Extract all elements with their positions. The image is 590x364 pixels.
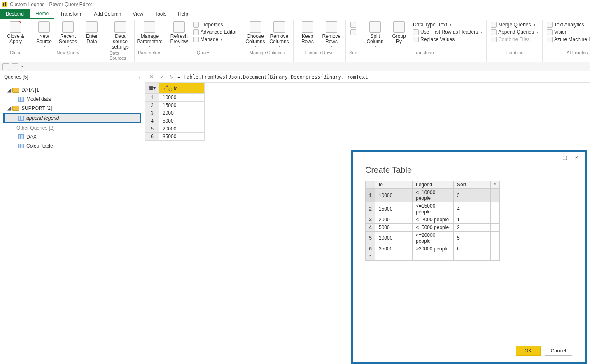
folder-support[interactable]: ◢SUPPORT [2] (0, 104, 145, 113)
data-type-button[interactable]: Data Type: Text▾ (412, 21, 483, 28)
dialog-close-button[interactable]: ✕ (573, 155, 581, 160)
ct-header-to[interactable]: to (375, 181, 413, 189)
ok-button[interactable]: OK (516, 346, 541, 356)
ct-cell-to[interactable]: 35000 (375, 245, 413, 253)
text-analytics-button[interactable]: Text Analytics (546, 21, 590, 28)
ct-row-number[interactable]: 1 (366, 189, 375, 202)
preview-cell[interactable]: 5000 (159, 117, 205, 125)
ct-cell-star[interactable] (491, 224, 500, 232)
ct-cell-sort[interactable]: 1 (454, 216, 491, 224)
ct-cell-sort[interactable]: 6 (454, 245, 491, 253)
ct-cell-to[interactable]: 10000 (375, 189, 413, 202)
tab-help[interactable]: Help (172, 9, 194, 19)
split-column-button[interactable]: Split Column▾ (364, 21, 386, 48)
ct-cell-star[interactable] (491, 202, 500, 216)
group-by-button[interactable]: Group By (388, 21, 410, 44)
row-header[interactable]: 5 (145, 125, 159, 132)
query-dax[interactable]: DAX (0, 132, 145, 141)
tab-transform[interactable]: Transform (54, 9, 88, 19)
folder-other[interactable]: Other Queries [2] (0, 123, 145, 132)
preview-cell[interactable]: 35000 (159, 132, 205, 140)
enter-data-button[interactable]: Enter Data (81, 21, 103, 44)
sort-desc-button[interactable] (350, 29, 357, 35)
ct-row-number[interactable]: 5 (366, 232, 375, 245)
folder-data[interactable]: ◢DATA [1] (0, 86, 145, 95)
create-table-grid[interactable]: to Legend Sort * 110000<=10000 people321… (365, 181, 500, 261)
ct-cell-star[interactable] (491, 232, 500, 245)
tab-add-column[interactable]: Add Column (88, 9, 127, 19)
vision-button[interactable]: Vision (546, 29, 590, 35)
qat-save-button[interactable] (2, 63, 9, 70)
cancel-button[interactable]: Cancel (545, 346, 572, 356)
azure-ml-button[interactable]: Azure Machine Learning (546, 36, 590, 43)
ct-cell-legend[interactable]: <=15000 people (413, 202, 454, 216)
qat-table-button[interactable] (12, 63, 18, 70)
row-header[interactable]: 2 (145, 101, 159, 109)
tab-home[interactable]: Home (30, 9, 54, 19)
row-header[interactable]: 3 (145, 109, 159, 117)
ct-cell-sort[interactable]: 3 (454, 189, 491, 202)
row-header[interactable]: 4 (145, 117, 159, 125)
ct-cell-legend[interactable]: >20000 people (413, 245, 454, 253)
preview-cell[interactable]: 10000 (159, 93, 205, 101)
ct-new-row[interactable]: * (366, 253, 375, 261)
choose-columns-button[interactable]: Choose Columns▾ (245, 21, 266, 48)
row-header[interactable]: 1 (145, 93, 159, 101)
remove-rows-button[interactable]: Remove Rows▾ (321, 21, 342, 48)
grid-corner[interactable]: ▦▾ (145, 83, 159, 94)
recent-sources-button[interactable]: Recent Sources▾ (57, 21, 79, 48)
row-header[interactable]: 6 (145, 132, 159, 140)
tab-view[interactable]: View (127, 9, 149, 19)
ct-row-number[interactable]: 4 (366, 224, 375, 232)
first-row-headers-button[interactable]: Use First Row as Headers▾ (412, 29, 483, 35)
ct-row-number[interactable]: 2 (366, 202, 375, 216)
preview-cell[interactable]: 2000 (159, 109, 205, 117)
qat-more-button[interactable]: ▾ (21, 65, 23, 68)
new-source-button[interactable]: New Source▾ (33, 21, 55, 48)
ct-cell-to[interactable]: 20000 (375, 232, 413, 245)
ct-cell-legend[interactable]: <=5000 people (413, 224, 454, 232)
ct-cell-sort[interactable]: 5 (454, 232, 491, 245)
close-apply-button[interactable]: Close & Apply▾ (5, 21, 26, 48)
keep-rows-button[interactable]: Keep Rows▾ (297, 21, 318, 48)
formula-cancel-button[interactable]: ✕ (148, 74, 155, 80)
ct-cell-legend[interactable]: <=20000 people (413, 232, 454, 245)
sort-asc-button[interactable] (350, 21, 357, 28)
remove-columns-button[interactable]: Remove Columns▾ (268, 21, 290, 48)
preview-grid[interactable]: ▦▾ABCto 11000021500032000450005200006350… (145, 83, 205, 141)
append-queries-button[interactable]: Append Queries▾ (490, 29, 539, 35)
query-colour-table[interactable]: Colour table (0, 141, 145, 151)
ct-header-legend[interactable]: Legend (413, 181, 454, 189)
ct-cell-to[interactable]: 2000 (375, 216, 413, 224)
ct-cell-sort[interactable]: 2 (454, 224, 491, 232)
manage-button[interactable]: Manage▾ (192, 36, 238, 43)
ct-cell-to[interactable]: 5000 (375, 224, 413, 232)
ct-cell-star[interactable] (491, 189, 500, 202)
manage-parameters-button[interactable]: Manage Parameters▾ (139, 21, 160, 48)
preview-cell[interactable]: 15000 (159, 101, 205, 109)
tab-tools[interactable]: Tools (149, 9, 172, 19)
column-header-to[interactable]: ABCto (159, 83, 205, 94)
merge-queries-button[interactable]: Merge Queries▾ (490, 21, 539, 28)
preview-cell[interactable]: 20000 (159, 125, 205, 132)
advanced-editor-button[interactable]: Advanced Editor (192, 29, 238, 35)
refresh-preview-button[interactable]: Refresh Preview▾ (168, 21, 190, 48)
formula-commit-button[interactable]: ✓ (159, 74, 166, 80)
ct-cell-to[interactable]: 15000 (375, 202, 413, 216)
ct-header-sort[interactable]: Sort (454, 181, 491, 189)
properties-button[interactable]: Properties (192, 21, 238, 28)
ct-cell-legend[interactable]: <=2000 people (413, 216, 454, 224)
combine-files-button[interactable]: Combine Files (490, 36, 539, 43)
query-model-data[interactable]: Model data (0, 95, 145, 104)
ct-cell-legend[interactable]: <=10000 people (413, 189, 454, 202)
ct-row-number[interactable]: 6 (366, 245, 375, 253)
dialog-maximize-button[interactable]: ▢ (561, 155, 568, 160)
tab-bestand[interactable]: Bestand (0, 9, 30, 19)
ct-cell-star[interactable] (491, 216, 500, 224)
query-append-legend[interactable]: append legend (3, 113, 141, 123)
ct-cell-star[interactable] (491, 245, 500, 253)
ct-row-number[interactable]: 3 (366, 216, 375, 224)
collapse-queries-button[interactable]: ‹ (138, 74, 140, 80)
replace-values-button[interactable]: Replace Values (412, 36, 483, 43)
ct-cell-sort[interactable]: 4 (454, 202, 491, 216)
